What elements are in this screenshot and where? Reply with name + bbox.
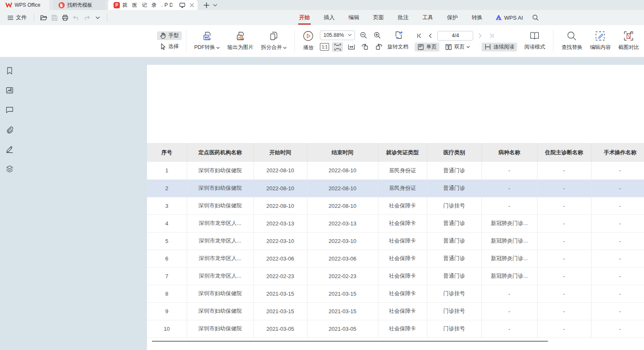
- table-cell: 门诊挂号: [427, 197, 482, 215]
- open-file-button[interactable]: [38, 13, 49, 23]
- divider: [107, 14, 107, 21]
- divider: [553, 30, 553, 52]
- table-cell: 2022-03-13: [254, 215, 307, 232]
- table-cell: 2022-08-10: [254, 162, 307, 179]
- zoom-level-input[interactable]: 105.88%: [320, 31, 355, 40]
- zoom-in-button[interactable]: [372, 31, 383, 40]
- undo-button[interactable]: [71, 13, 81, 23]
- table-cell: 深圳市妇幼保健院: [187, 162, 254, 179]
- table-cell: -: [482, 320, 537, 337]
- menu-tab-1[interactable]: 插入: [323, 11, 335, 24]
- fit-page-button[interactable]: [332, 42, 343, 52]
- table-header-cell: 开始时间: [254, 143, 307, 162]
- table-cell: 2022-08-10: [307, 197, 378, 215]
- menu-search-button[interactable]: [532, 14, 539, 21]
- split-merge-button[interactable]: 拆分合并: [257, 31, 290, 51]
- continuous-read-label: 连续阅读: [493, 43, 514, 51]
- zoom-out-button[interactable]: [358, 31, 369, 40]
- tab-docer-templates[interactable]: 找稻壳模板: [53, 0, 106, 10]
- page-number-input[interactable]: 4/4: [437, 31, 473, 41]
- edit-content-button[interactable]: 编辑内容: [586, 31, 614, 51]
- tab-wps-home[interactable]: WPS Office: [0, 0, 49, 10]
- hand-tool-button[interactable]: 手型: [157, 31, 182, 40]
- print-button[interactable]: [60, 13, 71, 23]
- attachments-panel-button[interactable]: [5, 125, 15, 135]
- menu-tab-3[interactable]: 页面: [372, 11, 385, 24]
- menu-tab-2[interactable]: 编辑: [347, 11, 360, 24]
- table-row: 6深圳市龙华区人...2022-03-062022-03-06社会保障卡普通门诊…: [147, 250, 644, 267]
- monitor-icon[interactable]: [179, 3, 185, 8]
- rotate-left-button[interactable]: [360, 42, 370, 52]
- redo-button[interactable]: [81, 13, 92, 23]
- document-tab-title: 就 医 记 录 .PDF: [122, 2, 172, 9]
- table-cell: -: [537, 162, 591, 179]
- bookmarks-panel-button[interactable]: [5, 66, 15, 76]
- tab-document-active[interactable]: P 就 医 记 录 .PDF: [108, 0, 198, 10]
- save-button[interactable]: [49, 13, 60, 23]
- thumbnails-panel-button[interactable]: [5, 85, 15, 95]
- split-merge-label: 拆分合并: [261, 44, 287, 51]
- table-cell: -: [537, 215, 591, 232]
- menu-tab-7[interactable]: 转换: [471, 11, 483, 24]
- tab-label: WPS Office: [15, 2, 41, 8]
- pdf-page[interactable]: 序号定点医药机构名称开始时间结束时间就诊凭证类型医疗类别病种名称住院主诊断名称手…: [147, 65, 644, 350]
- last-page-button[interactable]: [487, 31, 496, 41]
- table-cell: 2021-03-05: [254, 320, 307, 337]
- prev-page-button[interactable]: [426, 31, 434, 41]
- menu-tab-5[interactable]: 工具: [421, 11, 434, 24]
- wps-logo-icon: [5, 2, 12, 8]
- table-cell: 普通门诊: [427, 250, 482, 267]
- menu-bar: 文件 开始插入编辑页面批注工具保护转换 WPS AI: [0, 10, 644, 25]
- table-header-cell: 手术操作名称: [591, 143, 644, 162]
- table-cell: 门诊挂号: [427, 302, 482, 320]
- export-image-button[interactable]: 输出为图片: [223, 31, 257, 51]
- fit-width-button[interactable]: [346, 42, 357, 52]
- table-row: 4深圳市龙华区人...2022-03-132022-03-13社会保障卡普通门诊…: [147, 215, 644, 232]
- menu-tab-6[interactable]: 保护: [446, 11, 459, 24]
- screenshot-compare-button[interactable]: 截图对比: [614, 31, 643, 51]
- menu-wps-ai[interactable]: WPS AI: [495, 15, 523, 21]
- table-cell: 2022-03-13: [307, 215, 378, 232]
- rotate-right-button[interactable]: [373, 42, 384, 52]
- table-row: 9深圳市妇幼保健院2021-03-152021-03-15社会保障卡门诊挂号--…: [147, 302, 644, 320]
- comments-panel-button[interactable]: [5, 105, 15, 115]
- quick-access-chevron-icon[interactable]: [92, 13, 103, 23]
- single-page-label: 单页: [426, 43, 436, 51]
- swap-pages-button[interactable]: [394, 31, 405, 40]
- divider: [34, 14, 34, 21]
- table-cell: 深圳市妇幼保健院: [187, 197, 254, 215]
- table-header-cell: 结束时间: [307, 143, 378, 162]
- zoom-value: 105.88%: [323, 32, 344, 38]
- ribbon-toolbar: 手型 选择 PDF转换 输出为图片 拆分合并 播放 105.88%: [0, 25, 644, 57]
- hand-tool-label: 手型: [168, 32, 179, 39]
- table-cell: 社会保障卡: [378, 232, 427, 250]
- next-page-button[interactable]: [476, 31, 484, 41]
- hand-icon: [160, 32, 166, 39]
- pdf-convert-button[interactable]: PDF转换: [190, 31, 223, 51]
- table-cell: -: [591, 302, 644, 320]
- chevron-down-icon: [216, 47, 220, 49]
- find-replace-button[interactable]: 查找替换: [558, 31, 586, 51]
- file-menu-button[interactable]: 文件: [4, 12, 30, 23]
- menu-items: 开始插入编辑页面批注工具保护转换: [298, 11, 483, 24]
- single-page-button[interactable]: 单页: [415, 43, 439, 51]
- table-header-cell: 住院主诊断名称: [537, 143, 591, 162]
- signature-panel-button[interactable]: [5, 144, 15, 154]
- double-page-button[interactable]: 双页: [442, 43, 473, 51]
- new-tab-plus-icon[interactable]: [203, 2, 210, 8]
- play-button[interactable]: 播放: [299, 31, 317, 51]
- continuous-read-button[interactable]: 连续阅读: [482, 43, 517, 51]
- menu-tab-0[interactable]: 开始: [298, 11, 311, 24]
- close-tab-icon[interactable]: [190, 3, 194, 8]
- read-mode-button[interactable]: 阅读模式: [520, 31, 549, 51]
- table-row: 1深圳市妇幼保健院2022-08-102022-08-10居民身份证普通门诊--…: [147, 162, 644, 179]
- actual-size-button[interactable]: 1:1: [320, 43, 329, 51]
- table-cell: -: [537, 179, 591, 197]
- tab-list-chevron-icon[interactable]: [213, 4, 217, 7]
- rotate-doc-label[interactable]: 旋转文档: [387, 43, 408, 51]
- layers-panel-button[interactable]: [5, 164, 15, 174]
- menu-tab-4[interactable]: 批注: [397, 11, 409, 24]
- select-tool-button[interactable]: 选择: [157, 42, 182, 51]
- table-cell: 1: [147, 162, 187, 179]
- first-page-button[interactable]: [415, 31, 423, 41]
